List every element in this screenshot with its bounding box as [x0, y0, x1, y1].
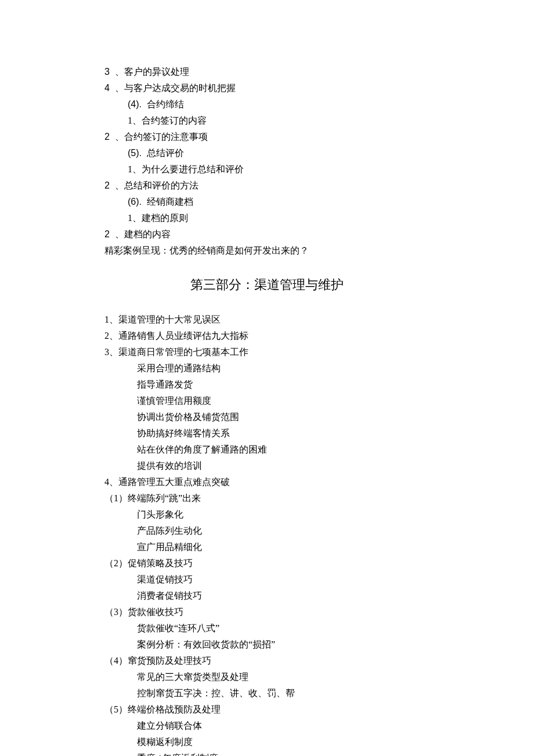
outline-line: 2 、总结和评价的方法	[104, 178, 430, 194]
outline-line: (4). 合约缔结	[104, 96, 430, 113]
outline-line: 建立分销联合体	[104, 718, 430, 734]
outline-line: 门头形象化	[104, 507, 430, 523]
outline-line: 4、通路管理五大重点难点突破	[104, 474, 430, 490]
outline-line: 协助搞好终端客情关系	[104, 425, 430, 442]
outline-line: 采用合理的通路结构	[104, 360, 430, 377]
outline-line: （1）终端陈列“跳”出来	[104, 490, 430, 507]
outline-line: 3 、客户的异议处理	[104, 64, 430, 80]
outline-line: （5）终端价格战预防及处理	[104, 701, 430, 718]
outline-line: 站在伙伴的角度了解通路的困难	[104, 442, 430, 458]
outline-line: 案例分析：有效回收货款的“损招”	[104, 636, 430, 653]
outline-line: 1、渠道管理的十大常见误区	[104, 312, 430, 328]
outline-line: 1、为什么要进行总结和评价	[104, 161, 430, 178]
outline-line: 2 、合约签订的注意事项	[104, 129, 430, 145]
outline-line: （3）货款催收技巧	[104, 604, 430, 620]
outline-line: 提供有效的培训	[104, 458, 430, 474]
outline-line: (5). 总结评价	[104, 145, 430, 161]
outline-line: 1、合约签订的内容	[104, 113, 430, 129]
outline-line: 渠道促销技巧	[104, 571, 430, 588]
outline-line: 控制窜货五字决：控、讲、收、罚、帮	[104, 685, 430, 701]
outline-line: (6). 经销商建档	[104, 194, 430, 210]
document-page: 3 、客户的异议处理4 、与客户达成交易的时机把握(4). 合约缔结1、合约签订…	[0, 0, 534, 756]
outline-line: 协调出货价格及铺货范围	[104, 409, 430, 425]
outline-line: 指导通路发货	[104, 377, 430, 393]
outline-line: 1、建档的原则	[104, 210, 430, 226]
outline-line: 精彩案例呈现：优秀的经销商是如何开发出来的？	[104, 243, 430, 259]
outline-line: 2、通路销售人员业绩评估九大指标	[104, 328, 430, 344]
outline-line: 产品陈列生动化	[104, 523, 430, 539]
bottom-outline-block: 1、渠道管理的十大常见误区2、通路销售人员业绩评估九大指标3、渠道商日常管理的七…	[104, 312, 430, 757]
outline-line: （4）窜货预防及处理技巧	[104, 653, 430, 669]
outline-line: 季度 / 年度返利制度	[104, 750, 430, 757]
outline-line: 2 、建档的内容	[104, 226, 430, 243]
top-outline-block: 3 、客户的异议处理4 、与客户达成交易的时机把握(4). 合约缔结1、合约签订…	[104, 64, 430, 259]
outline-line: 3、渠道商日常管理的七项基本工作	[104, 344, 430, 360]
section-heading: 第三部分：渠道管理与维护	[104, 274, 430, 296]
outline-line: 模糊返利制度	[104, 734, 430, 750]
outline-line: 消费者促销技巧	[104, 588, 430, 604]
outline-line: 4 、与客户达成交易的时机把握	[104, 80, 430, 96]
outline-line: 常见的三大窜货类型及处理	[104, 669, 430, 685]
outline-line: 谨慎管理信用额度	[104, 393, 430, 409]
outline-line: 货款催收“连环八式”	[104, 620, 430, 636]
outline-line: （2）促销策略及技巧	[104, 555, 430, 571]
outline-line: 宣广用品精细化	[104, 539, 430, 555]
